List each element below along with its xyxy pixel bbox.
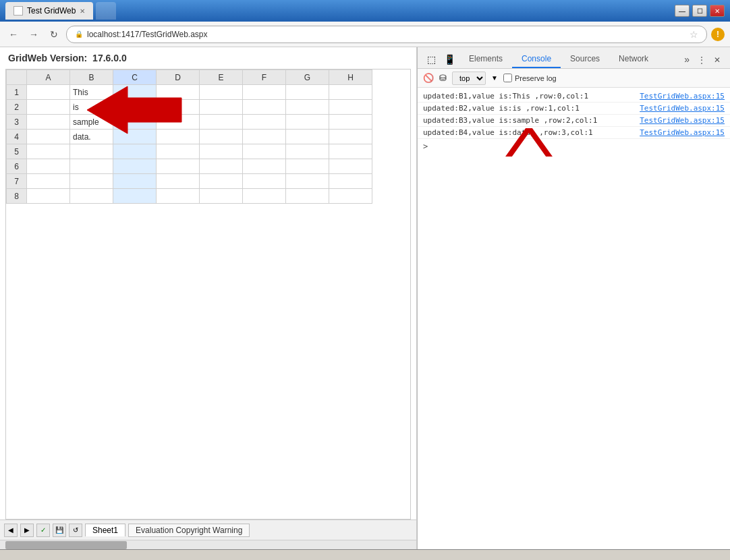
row-num-8: 8 [7, 189, 27, 204]
ban-icon[interactable]: 🚫 [423, 73, 434, 83]
tab-favicon [13, 6, 23, 16]
filter-icon[interactable]: ⛁ [439, 73, 447, 83]
cell-d2[interactable] [157, 100, 200, 115]
cell-g2[interactable] [286, 100, 329, 115]
tab-title: Test GridWeb [27, 6, 76, 16]
close-btn[interactable]: ✕ [710, 5, 725, 17]
cell-d4[interactable] [157, 130, 200, 144]
cell-e4[interactable] [200, 130, 243, 144]
cell-h3[interactable] [329, 115, 372, 130]
cell-c1[interactable] [113, 85, 157, 100]
cell-b2[interactable]: is [70, 100, 113, 115]
devtools-close-btn[interactable]: ✕ [710, 52, 725, 68]
cell-f2[interactable] [243, 100, 286, 115]
console-source-2[interactable]: TestGridWeb.aspx:15 [640, 104, 725, 113]
col-header-d: D [157, 70, 200, 85]
forward-btn[interactable]: → [26, 26, 42, 43]
console-source-4[interactable]: TestGridWeb.aspx:15 [640, 128, 725, 137]
sheet1-tab[interactable]: Sheet1 [85, 524, 125, 536]
title-bar-left: Test GridWeb ✕ [5, 2, 116, 20]
cell-c2[interactable] [113, 100, 157, 115]
save-btn[interactable]: 💾 [53, 524, 66, 537]
console-message-1: updated:B1,value is:This ,row:0,col:1 [423, 92, 634, 101]
cell-g4[interactable] [286, 130, 329, 144]
tab-close-btn[interactable]: ✕ [80, 7, 85, 15]
h-scrollbar[interactable] [0, 540, 416, 549]
cell-d3[interactable] [157, 115, 200, 130]
cell-h4[interactable] [329, 130, 372, 144]
address-bar[interactable]: 🔒 localhost:1417/TestGridWeb.aspx ☆ [66, 26, 707, 43]
tab-sources[interactable]: Sources [561, 51, 609, 68]
devtools-menu-btn[interactable]: ⋮ [694, 52, 710, 68]
cell-f4[interactable] [243, 130, 286, 144]
gridweb-header: GridWeb Version: 17.6.0.0 [0, 47, 416, 69]
table-row: 2 is [7, 100, 372, 115]
table-row: 6 [7, 159, 372, 174]
cell-e1[interactable] [200, 85, 243, 100]
more-tabs-btn[interactable]: » [680, 51, 694, 68]
row-num-6: 6 [7, 159, 27, 174]
inspect-icon[interactable]: ⬚ [423, 51, 440, 68]
table-row: 3 sample [7, 115, 372, 130]
console-source-3[interactable]: TestGridWeb.aspx:15 [640, 116, 725, 125]
col-header-f: F [243, 70, 286, 85]
cell-b4[interactable]: data. [70, 130, 113, 144]
title-bar: Test GridWeb ✕ — ☐ ✕ [0, 0, 730, 22]
undo-btn[interactable]: ↺ [69, 524, 82, 537]
console-line-1: updated:B1,value is:This ,row:0,col:1 Te… [418, 90, 730, 103]
cell-a1[interactable] [27, 85, 70, 100]
spreadsheet-container[interactable]: A B C D E F G H 1 [5, 69, 411, 520]
cell-a4[interactable] [27, 130, 70, 144]
context-select[interactable]: top [452, 72, 486, 85]
cell-g3[interactable] [286, 115, 329, 130]
dropdown-icon[interactable]: ▼ [491, 74, 498, 82]
console-line-4: updated:B4,value is:data. ,row:3,col:1 T… [418, 127, 730, 139]
cell-c3[interactable] [113, 115, 157, 130]
cell-d1[interactable] [157, 85, 200, 100]
table-row: 8 [7, 189, 372, 204]
minimize-btn[interactable]: — [675, 5, 690, 17]
devtools-tabs: ⬚ 📱 Elements Console Sources Network » ⋮… [418, 47, 730, 69]
cell-c4[interactable] [113, 130, 157, 144]
col-header-g: G [286, 70, 329, 85]
console-prompt[interactable]: > [418, 139, 730, 154]
cell-e2[interactable] [200, 100, 243, 115]
cell-f1[interactable] [243, 85, 286, 100]
warning-tab[interactable]: Evaluation Copyright Warning [128, 524, 250, 537]
bookmark-icon[interactable]: ☆ [690, 29, 698, 40]
prev-btn[interactable]: ◀ [4, 524, 18, 537]
cell-a3[interactable] [27, 115, 70, 130]
cell-b3[interactable]: sample [70, 115, 113, 130]
back-btn[interactable]: ← [5, 26, 22, 43]
cell-e3[interactable] [200, 115, 243, 130]
check-btn[interactable]: ✓ [36, 524, 50, 537]
url-text: localhost:1417/TestGridWeb.aspx [87, 30, 208, 39]
maximize-btn[interactable]: ☐ [692, 5, 707, 17]
mobile-icon[interactable]: 📱 [440, 51, 459, 68]
tab-network[interactable]: Network [609, 51, 658, 68]
preserve-log-checkbox[interactable] [503, 74, 512, 82]
tab-console[interactable]: Console [512, 51, 561, 68]
console-output: updated:B1,value is:This ,row:0,col:1 Te… [418, 88, 730, 157]
cell-f3[interactable] [243, 115, 286, 130]
warning-btn[interactable]: ! [711, 28, 725, 41]
next-btn[interactable]: ▶ [20, 524, 34, 537]
refresh-btn[interactable]: ↻ [46, 26, 62, 43]
col-header-b: B [70, 70, 113, 85]
console-toolbar: 🚫 ⛁ top ▼ Preserve log [418, 69, 730, 88]
console-message-3: updated:B3,value is:sample ,row:2,col:1 [423, 116, 634, 125]
devtools-panel: ⬚ 📱 Elements Console Sources Network » ⋮… [417, 47, 730, 549]
table-row: 4 data. [7, 130, 372, 144]
cell-g1[interactable] [286, 85, 329, 100]
console-source-1[interactable]: TestGridWeb.aspx:15 [640, 92, 725, 101]
browser-tab[interactable]: Test GridWeb ✕ [5, 2, 93, 20]
tab-elements[interactable]: Elements [459, 51, 512, 68]
new-tab-btn[interactable] [96, 2, 116, 20]
row-num-3: 3 [7, 115, 27, 130]
cell-b1[interactable]: This [70, 85, 113, 100]
console-message-2: updated:B2,value is:is ,row:1,col:1 [423, 104, 634, 113]
cell-a2[interactable] [27, 100, 70, 115]
gridweb-version: 17.6.0.0 [92, 53, 127, 63]
cell-h1[interactable] [329, 85, 372, 100]
cell-h2[interactable] [329, 100, 372, 115]
